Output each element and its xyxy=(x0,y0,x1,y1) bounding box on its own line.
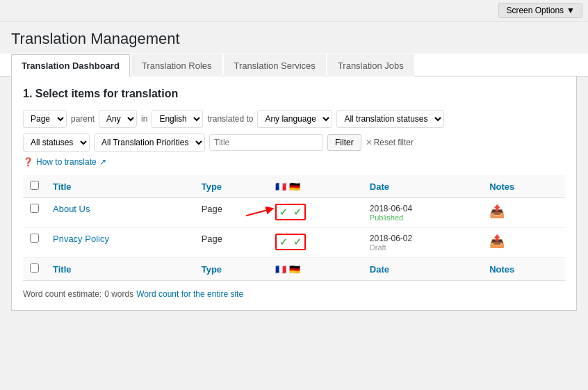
language-select[interactable]: English xyxy=(152,110,203,128)
row-checkbox[interactable] xyxy=(30,234,39,243)
tf-title[interactable]: Title xyxy=(46,258,195,281)
reset-x-icon: ✕ xyxy=(366,138,373,147)
translation-status-box-2: ✓ ✓ xyxy=(275,234,306,250)
notes-icon[interactable]: 📤 xyxy=(489,204,505,218)
tab-translation-jobs[interactable]: Translation Jobs xyxy=(327,54,414,76)
all-statuses-select[interactable]: All translation statuses xyxy=(336,110,444,128)
th-title[interactable]: Title xyxy=(46,175,195,198)
in-label: in xyxy=(141,114,147,124)
table-footer-row: Title Type 🇫🇷 🇩🇪 Date Notes xyxy=(23,258,565,281)
tab-translation-services[interactable]: Translation Services xyxy=(224,54,326,76)
fr-check-row2: ✓ xyxy=(279,236,288,247)
th-notes: Notes xyxy=(482,175,565,198)
flag-de-header: 🇩🇪 xyxy=(289,181,300,192)
tf-date: Date xyxy=(363,258,482,281)
row-title[interactable]: About Us xyxy=(53,204,90,214)
flag-de-footer: 🇩🇪 xyxy=(289,264,300,275)
external-link-icon: ↗ xyxy=(99,157,106,167)
screen-options-arrow: ▼ xyxy=(566,6,575,15)
svg-line-1 xyxy=(246,209,270,216)
select-all-checkbox[interactable] xyxy=(30,181,39,190)
filter-button[interactable]: Filter xyxy=(327,134,361,151)
filter-row-2: All statuses All Translation Priorities … xyxy=(23,133,565,152)
title-input[interactable] xyxy=(209,134,323,151)
row-date: 2018-06-04 xyxy=(370,204,475,213)
row-flags-cell: ✓ ✓ xyxy=(268,228,363,258)
question-icon: ❓ xyxy=(23,157,33,167)
row-checkbox-cell xyxy=(23,228,46,258)
row-title[interactable]: Privacy Policy xyxy=(53,234,109,244)
de-check-row2: ✓ xyxy=(293,236,302,247)
th-flags: 🇫🇷 🇩🇪 xyxy=(268,175,363,198)
row-checkbox-cell xyxy=(23,198,46,228)
row-type-cell: Page xyxy=(195,228,269,258)
table-row: Privacy Policy Page ✓ ✓ 2018-06-02 Draft… xyxy=(23,228,565,258)
screen-options-bar: Screen Options ▼ xyxy=(0,0,588,22)
flag-fr-header: 🇫🇷 xyxy=(275,181,286,192)
row-flags-cell: ✓ ✓ xyxy=(268,198,363,228)
translation-status-box: ✓ ✓ xyxy=(275,204,306,220)
th-type: Type xyxy=(195,175,269,198)
row-checkbox[interactable] xyxy=(30,204,39,213)
translation-table: Title Type 🇫🇷 🇩🇪 Date Notes xyxy=(23,175,565,281)
row-title-cell: Privacy Policy xyxy=(46,228,195,258)
any-language-select[interactable]: Any language xyxy=(257,110,332,128)
reset-filter[interactable]: ✕ Reset filter xyxy=(366,138,414,147)
translated-to-label: translated to xyxy=(207,114,253,124)
tab-translation-dashboard[interactable]: Translation Dashboard xyxy=(11,54,130,76)
row-title-cell: About Us xyxy=(46,198,195,228)
table-header-row: Title Type 🇫🇷 🇩🇪 Date Notes xyxy=(23,175,565,198)
de-check-row1: ✓ xyxy=(293,206,302,218)
row-notes-cell: 📤 xyxy=(482,228,565,258)
main-content: 1. Select items for translation Page par… xyxy=(11,76,577,311)
red-arrow-icon xyxy=(246,202,274,222)
screen-options-button[interactable]: Screen Options ▼ xyxy=(498,3,582,18)
row-date: 2018-06-02 xyxy=(370,234,475,243)
page-title: Translation Management xyxy=(0,22,588,54)
how-to-translate-label: How to translate xyxy=(36,157,97,167)
notes-icon[interactable]: 📤 xyxy=(489,234,505,248)
row-type: Page xyxy=(202,204,222,214)
tf-checkbox xyxy=(23,258,46,281)
word-count-value: 0 words xyxy=(104,289,133,299)
row-status: Published xyxy=(370,213,475,222)
tf-flags: 🇫🇷 🇩🇪 xyxy=(268,258,363,281)
filter-row-1: Page parent Any in English translated to… xyxy=(23,110,565,128)
tf-notes: Notes xyxy=(482,258,565,281)
flag-fr-footer: 🇫🇷 xyxy=(275,264,286,275)
parent-select[interactable]: Any xyxy=(99,110,137,128)
table-row: About Us Page xyxy=(23,198,565,228)
th-checkbox xyxy=(23,175,46,198)
word-count-bar: Word count estimate: 0 words Word count … xyxy=(23,289,565,299)
row-status: Draft xyxy=(370,243,475,252)
tf-type: Type xyxy=(195,258,269,281)
priorities-select[interactable]: All Translation Priorities xyxy=(94,133,205,152)
th-date: Date xyxy=(363,175,482,198)
fr-check-row1: ✓ xyxy=(279,206,288,218)
row-date-cell: 2018-06-02 Draft xyxy=(363,228,482,258)
how-to-translate-link[interactable]: ❓ How to translate ↗ xyxy=(23,157,565,167)
reset-label: Reset filter xyxy=(374,138,414,147)
screen-options-label: Screen Options xyxy=(506,6,564,15)
tabs-container: Translation Dashboard Translation Roles … xyxy=(0,54,588,76)
type-select[interactable]: Page xyxy=(23,110,67,128)
row-date-cell: 2018-06-04 Published xyxy=(363,198,482,228)
parent-label: parent xyxy=(71,114,95,124)
section-title: 1. Select items for translation xyxy=(23,88,565,100)
word-count-link[interactable]: Word count for the entire site xyxy=(136,289,243,299)
tab-translation-roles[interactable]: Translation Roles xyxy=(131,54,222,76)
select-all-checkbox-footer[interactable] xyxy=(30,263,39,273)
row-notes-cell: 📤 xyxy=(482,198,565,228)
word-count-label: Word count estimate: xyxy=(23,289,101,299)
all-statuses-select-2[interactable]: All statuses xyxy=(23,133,90,152)
row-type: Page xyxy=(202,234,222,244)
